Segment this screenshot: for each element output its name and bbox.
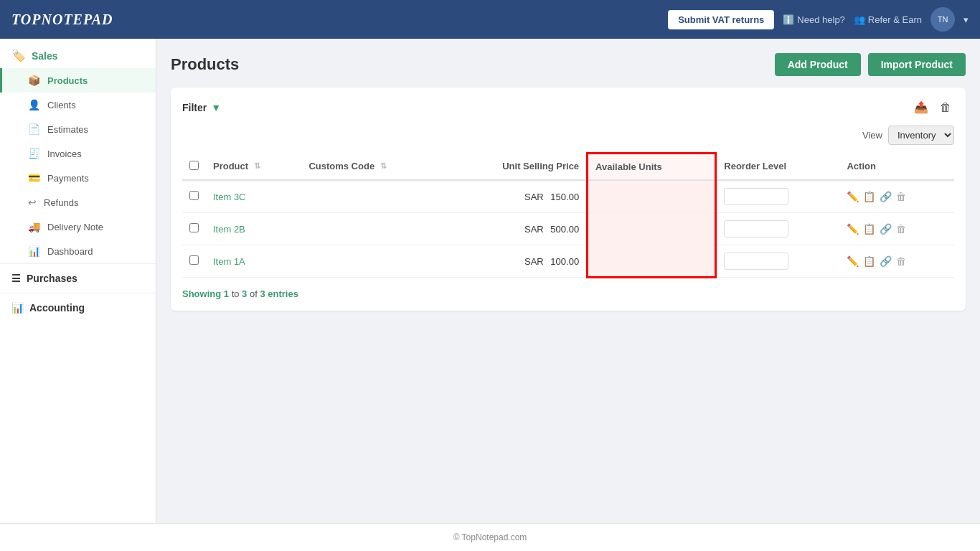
app-logo: TopNotepad [11, 11, 668, 28]
export-button[interactable]: 📤 [911, 99, 931, 116]
row-product-name[interactable]: Item 2B [206, 213, 301, 245]
add-product-button[interactable]: Add Product [775, 53, 861, 76]
table-header-row: Product ⇅ Customs Code ⇅ [182, 154, 954, 181]
row-reorder-level [716, 180, 840, 213]
user-avatar[interactable]: TN [930, 7, 955, 32]
delete-icon[interactable]: 🗑 [896, 191, 906, 202]
sidebar: 🏷️ Sales 📦 Products 👤 Clients 📄 Estimate… [0, 39, 156, 523]
table-body: Item 3C SAR 150.00 ✏️ 📋 🔗 🗑 [182, 180, 954, 278]
avatar-dropdown-icon[interactable]: ▾ [963, 14, 969, 25]
row-currency: SAR [524, 192, 544, 202]
product-sort-icon[interactable]: ⇅ [254, 161, 260, 171]
row-price: SAR 500.00 [445, 213, 588, 245]
refunds-icon: ↩ [28, 197, 37, 208]
footer: © TopNotepad.com [0, 523, 980, 551]
customs-code-col-header: Customs Code ⇅ [301, 154, 444, 181]
export-icon: 📤 [914, 101, 928, 113]
edit-icon[interactable]: ✏️ [847, 191, 859, 202]
invoices-icon: 🧾 [28, 148, 40, 159]
sidebar-item-products[interactable]: 📦 Products [0, 68, 156, 93]
row-price: SAR 100.00 [445, 245, 588, 278]
clients-icon: 👤 [28, 99, 40, 110]
action-col-header: Action [839, 154, 954, 181]
sidebar-sales-header[interactable]: 🏷️ Sales [0, 39, 156, 68]
products-card: Filter ▼ 📤 🗑 View Default Inventor [171, 88, 966, 311]
refer-link[interactable]: 👥 Refer & Earn [854, 14, 922, 25]
sidebar-accounting-header[interactable]: 📊 Accounting [0, 293, 156, 322]
table-row: Item 3C SAR 150.00 ✏️ 📋 🔗 🗑 [182, 180, 954, 213]
link-icon[interactable]: 🔗 [880, 255, 892, 267]
topnav-actions: Submit VAT returns ℹ️ Need help? 👥 Refer… [668, 7, 969, 32]
topnav: TopNotepad Submit VAT returns ℹ️ Need he… [0, 0, 980, 39]
reorder-level-input-0[interactable] [724, 188, 788, 205]
row-customs-code [301, 245, 444, 278]
page-title: Products [171, 55, 239, 74]
page-header: Products Add Product Import Product [171, 53, 966, 76]
sidebar-item-invoices[interactable]: 🧾 Invoices [0, 141, 156, 166]
table-row: Item 1A SAR 100.00 ✏️ 📋 🔗 🗑 [182, 245, 954, 278]
customs-code-sort-icon[interactable]: ⇅ [380, 161, 387, 171]
row-actions: ✏️ 📋 🔗 🗑 [839, 245, 954, 278]
row-product-name[interactable]: Item 1A [206, 245, 301, 278]
main-content: Products Add Product Import Product Filt… [156, 39, 980, 523]
product-col-header: Product ⇅ [206, 154, 301, 181]
row-available-units [588, 213, 716, 245]
row-checkbox-cell [182, 213, 206, 245]
row-checkbox-cell [182, 245, 206, 278]
reorder-level-col-header: Reorder Level [716, 154, 840, 181]
sidebar-purchases-header[interactable]: ☰ Purchases [0, 263, 156, 293]
copy-icon[interactable]: 📋 [863, 223, 875, 235]
row-reorder-level [716, 245, 840, 278]
link-icon[interactable]: 🔗 [880, 191, 892, 202]
help-icon: ℹ️ [783, 14, 794, 25]
row-price-value: 500.00 [550, 224, 579, 235]
row-checkbox-0[interactable] [189, 191, 199, 200]
view-select[interactable]: Default Inventory Custom [888, 126, 954, 145]
help-link[interactable]: ℹ️ Need help? [783, 14, 845, 25]
sidebar-item-payments[interactable]: 💳 Payments [0, 166, 156, 190]
filter-label: Filter ▼ [182, 102, 221, 113]
copy-icon[interactable]: 📋 [863, 191, 875, 202]
row-checkbox-2[interactable] [189, 255, 199, 265]
sidebar-item-estimates[interactable]: 📄 Estimates [0, 117, 156, 141]
edit-icon[interactable]: ✏️ [847, 223, 859, 235]
edit-icon[interactable]: ✏️ [847, 255, 859, 267]
products-icon: 📦 [28, 75, 40, 86]
reorder-level-input-1[interactable] [724, 220, 788, 237]
row-actions: ✏️ 📋 🔗 🗑 [839, 180, 954, 213]
row-checkbox-cell [182, 180, 206, 213]
vat-returns-button[interactable]: Submit VAT returns [668, 10, 774, 29]
sidebar-item-clients[interactable]: 👤 Clients [0, 93, 156, 117]
link-icon[interactable]: 🔗 [880, 223, 892, 235]
products-table-wrapper: Product ⇅ Customs Code ⇅ [182, 152, 954, 278]
table-row: Item 2B SAR 500.00 ✏️ 📋 🔗 🗑 [182, 213, 954, 245]
payments-icon: 💳 [28, 172, 40, 184]
sales-icon: 🏷️ [11, 49, 26, 62]
dashboard-icon: 📊 [28, 245, 40, 257]
sidebar-item-refunds[interactable]: ↩ Refunds [0, 190, 156, 215]
purchases-icon: ☰ [11, 273, 21, 284]
import-product-button[interactable]: Import Product [868, 53, 966, 76]
row-price-value: 150.00 [550, 192, 579, 202]
row-checkbox-1[interactable] [189, 223, 199, 232]
pagination-info: Showing 1 to 3 of 3 entries [182, 288, 954, 299]
reorder-level-input-2[interactable] [724, 253, 788, 270]
filter-actions: 📤 🗑 [911, 99, 954, 116]
select-all-header [182, 154, 206, 181]
products-table: Product ⇅ Customs Code ⇅ [182, 152, 954, 278]
row-reorder-level [716, 213, 840, 245]
delete-icon[interactable]: 🗑 [896, 223, 906, 235]
row-customs-code [301, 213, 444, 245]
delete-icon[interactable]: 🗑 [896, 255, 906, 267]
row-price: SAR 150.00 [445, 180, 588, 213]
estimates-icon: 📄 [28, 123, 40, 135]
copy-icon[interactable]: 📋 [863, 255, 875, 267]
row-product-name[interactable]: Item 3C [206, 180, 301, 213]
sidebar-item-delivery-note[interactable]: 🚚 Delivery Note [0, 215, 156, 239]
row-available-units [588, 180, 716, 213]
select-all-checkbox[interactable] [189, 161, 199, 170]
accounting-icon: 📊 [11, 302, 24, 314]
sidebar-item-dashboard[interactable]: 📊 Dashboard [0, 239, 156, 263]
delete-all-button[interactable]: 🗑 [937, 100, 954, 116]
filter-icon: ▼ [211, 102, 221, 113]
